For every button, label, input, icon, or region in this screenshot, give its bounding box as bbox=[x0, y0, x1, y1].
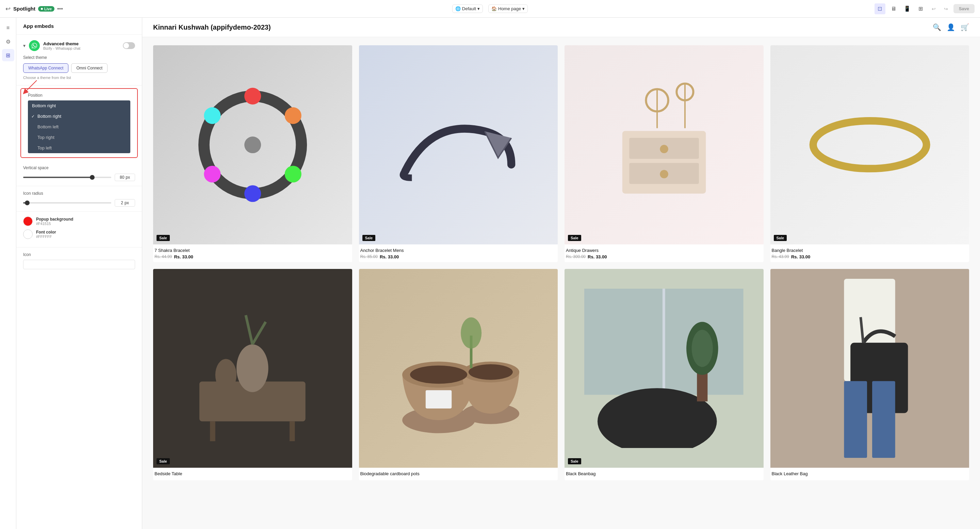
product-name: Bangle Bracelet bbox=[772, 248, 968, 253]
store-header-icons: 🔍 👤 🛒 bbox=[933, 23, 969, 31]
topbar-center: 🌐 Default ▾ 🏠 Home page ▾ bbox=[452, 5, 528, 13]
theme-buttons: WhatsApp Connect Omni Connect bbox=[23, 63, 135, 73]
svg-rect-43 bbox=[844, 381, 867, 457]
product-name: Black Leather Bag bbox=[772, 471, 968, 476]
svg-point-33 bbox=[461, 318, 482, 349]
icon-radius-row: 2 px bbox=[23, 199, 135, 207]
svg-point-6 bbox=[204, 107, 221, 124]
sidebar-settings-icon[interactable]: ⚙ bbox=[2, 35, 14, 48]
whatsapp-connect-button[interactable]: WhatsApp Connect bbox=[23, 63, 68, 73]
product-card: Sale Bedside Table bbox=[153, 269, 352, 481]
product-name: Anchor Bracelet Mens bbox=[360, 248, 557, 253]
cart-icon[interactable]: 🛒 bbox=[961, 23, 969, 31]
product-price: Rs. 300.00 Rs. 33.00 bbox=[566, 254, 762, 260]
back-icon[interactable]: ↩ bbox=[5, 5, 11, 13]
live-dot bbox=[41, 8, 43, 10]
sale-badge: Sale bbox=[774, 235, 787, 241]
icon-section: Icon bbox=[16, 247, 142, 274]
chevron-down-icon-2: ▾ bbox=[522, 6, 525, 11]
product-price: Rs. 44.99 Rs. 33.00 bbox=[154, 254, 351, 260]
annotation-arrow bbox=[20, 79, 40, 97]
homepage-dropdown[interactable]: 🏠 Home page ▾ bbox=[488, 5, 528, 13]
sale-badge: Sale bbox=[363, 235, 375, 241]
sidebar-grid-icon[interactable]: ⊞ bbox=[2, 49, 14, 61]
sidebar-nav-icon[interactable]: ≡ bbox=[2, 22, 14, 34]
font-color-swatch[interactable] bbox=[23, 229, 33, 239]
svg-rect-31 bbox=[426, 390, 452, 409]
product-name: Black Beanbag bbox=[566, 471, 762, 476]
topbar: ↩ Spotlight Live ••• 🌐 Default ▾ 🏠 Home … bbox=[0, 0, 980, 18]
topbar-left: ↩ Spotlight Live ••• bbox=[5, 5, 448, 13]
whatsapp-icon bbox=[29, 40, 40, 51]
search-icon[interactable]: 🔍 bbox=[933, 23, 941, 31]
sale-badge: Sale bbox=[568, 458, 581, 464]
vertical-space-row: 80 px bbox=[23, 174, 135, 181]
save-button[interactable]: Save bbox=[953, 4, 975, 13]
advanced-theme-section: ▾ Advanced theme Bizify - Whatsapp chat … bbox=[16, 35, 142, 86]
store-header: Kinnari Kushwah (appifydemo-2023) 🔍 👤 🛒 bbox=[142, 18, 980, 37]
products-grid: Sale 7 Shakra Bracelet Rs. 44.99 Rs. 33.… bbox=[142, 37, 980, 489]
position-section: Position Bottom right ✓ Bottom right Bot… bbox=[21, 88, 138, 158]
product-card: Sale Antique Drawers Rs. 300.00 Rs. 33.0… bbox=[565, 45, 764, 262]
position-selected-value[interactable]: Bottom right bbox=[28, 100, 130, 111]
undo-button[interactable]: ↩ bbox=[929, 4, 939, 14]
live-badge: Live bbox=[38, 6, 54, 11]
product-price: Rs. 43.99 Rs. 33.00 bbox=[772, 254, 968, 260]
position-option-top-left[interactable]: Top left bbox=[28, 143, 130, 153]
collapse-icon[interactable]: ▾ bbox=[23, 43, 25, 48]
theme-info: ▾ Advanced theme Bizify - Whatsapp chat bbox=[23, 40, 80, 51]
product-image: Sale bbox=[359, 45, 558, 244]
redo-button[interactable]: ↪ bbox=[941, 4, 951, 14]
icon-radius-value: 2 px bbox=[115, 199, 135, 207]
desktop-view-button[interactable]: ⊡ bbox=[875, 3, 885, 14]
product-image: Sale bbox=[565, 269, 764, 468]
position-wrapper: Position Bottom right ✓ Bottom right Bot… bbox=[16, 88, 142, 158]
position-option-bottom-right[interactable]: ✓ Bottom right bbox=[28, 111, 130, 121]
svg-point-30 bbox=[469, 364, 513, 380]
icon-radius-slider[interactable] bbox=[23, 202, 111, 204]
svg-line-23 bbox=[246, 315, 253, 344]
store-title: Kinnari Kushwah (appifydemo-2023) bbox=[153, 24, 271, 31]
grid-view-button[interactable]: ⊞ bbox=[915, 3, 926, 14]
svg-point-12 bbox=[660, 170, 668, 178]
popup-bg-swatch[interactable] bbox=[23, 217, 33, 226]
position-option-top-right[interactable]: Top right bbox=[28, 132, 130, 143]
sale-badge: Sale bbox=[568, 235, 581, 241]
topbar-more-button[interactable]: ••• bbox=[57, 6, 63, 12]
color-section: Popup background #F41515 Font color #FFF… bbox=[16, 212, 142, 247]
default-dropdown[interactable]: 🌐 Default ▾ bbox=[452, 5, 483, 13]
vertical-space-slider[interactable] bbox=[23, 177, 111, 178]
icon-input[interactable] bbox=[23, 260, 135, 269]
svg-line-24 bbox=[253, 322, 266, 344]
position-dropdown[interactable]: Bottom right ✓ Bottom right Bottom left … bbox=[28, 100, 130, 153]
popup-bg-row: Popup background #F41515 bbox=[23, 217, 135, 226]
product-info: Bangle Bracelet Rs. 43.99 Rs. 33.00 bbox=[770, 244, 969, 262]
product-image bbox=[359, 269, 558, 468]
sale-badge: Sale bbox=[156, 458, 170, 464]
selected-position-text: Bottom right bbox=[32, 103, 56, 108]
font-color-info: Font color #FFFFFF bbox=[36, 230, 56, 239]
svg-point-29 bbox=[410, 366, 467, 384]
select-theme-container: Select theme WhatsApp Connect Omni Conne… bbox=[23, 55, 135, 80]
svg-point-2 bbox=[285, 107, 301, 124]
monitor-view-button[interactable]: 🖥 bbox=[888, 3, 899, 14]
toggle-switch[interactable] bbox=[123, 42, 135, 49]
svg-point-17 bbox=[813, 121, 926, 169]
icon-sidebar: ≡ ⚙ ⊞ bbox=[0, 18, 16, 529]
app-title: Spotlight bbox=[13, 6, 35, 11]
account-icon[interactable]: 👤 bbox=[947, 23, 955, 31]
svg-point-11 bbox=[660, 145, 668, 153]
product-card: Sale Anchor Bracelet Mens Rs. 85.00 Rs. … bbox=[359, 45, 558, 262]
topbar-right: ⊡ 🖥 📱 ⊞ ↩ ↪ Save bbox=[532, 3, 975, 14]
svg-point-5 bbox=[204, 166, 221, 182]
product-name: 7 Shakra Bracelet bbox=[154, 248, 351, 253]
position-option-bottom-left[interactable]: Bottom left bbox=[28, 121, 130, 132]
main-layout: ≡ ⚙ ⊞ App embeds ▾ Advanced theme Bizify… bbox=[0, 18, 980, 529]
vertical-space-value: 80 px bbox=[115, 174, 135, 181]
chevron-down-icon: ▾ bbox=[477, 6, 480, 11]
mobile-view-button[interactable]: 📱 bbox=[902, 3, 913, 14]
product-image bbox=[770, 269, 969, 468]
svg-point-21 bbox=[237, 344, 269, 392]
omni-connect-button[interactable]: Omni Connect bbox=[71, 63, 108, 73]
icon-radius-section: Icon radius 2 px bbox=[16, 186, 142, 212]
